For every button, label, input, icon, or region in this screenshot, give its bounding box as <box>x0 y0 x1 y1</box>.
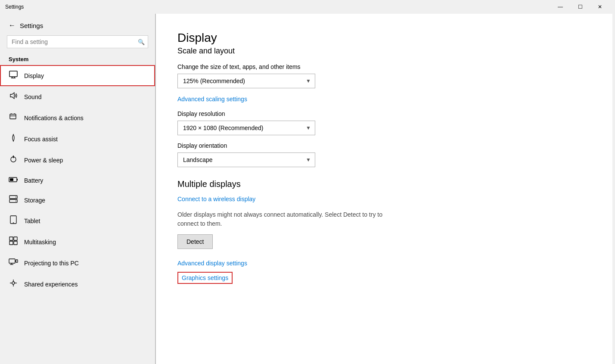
multiple-displays-title: Multiple displays <box>177 179 591 189</box>
sidebar-item-shared[interactable]: Shared experiences <box>0 274 155 295</box>
multiple-displays-description: Older displays might not always connect … <box>177 210 401 228</box>
sidebar-item-notifications-label: Notifications & actions <box>24 115 84 121</box>
search-icon: 🔍 <box>138 39 145 45</box>
svg-rect-12 <box>17 179 18 180</box>
search-box: 🔍 <box>7 35 148 48</box>
resolution-label: Display resolution <box>177 110 591 117</box>
svg-rect-23 <box>14 241 17 245</box>
power-icon <box>9 155 18 165</box>
graphics-settings-link[interactable]: Graphics settings <box>177 272 233 284</box>
svg-rect-21 <box>14 237 17 240</box>
sidebar-item-battery-label: Battery <box>24 177 43 184</box>
svg-point-17 <box>16 201 16 202</box>
svg-marker-4 <box>10 93 14 99</box>
sidebar: ← Settings 🔍 System Display <box>0 14 155 364</box>
sidebar-item-storage-label: Storage <box>24 197 45 204</box>
sidebar-app-title: Settings <box>20 22 43 29</box>
sidebar-item-focus-label: Focus assist <box>24 136 58 143</box>
sidebar-item-sound-label: Sound <box>24 93 41 100</box>
orientation-dropdown[interactable]: Landscape Portrait Landscape (flipped) P… <box>177 152 315 167</box>
bottom-links: Advanced display settings Graphics setti… <box>177 259 591 284</box>
svg-rect-5 <box>10 114 16 119</box>
multiple-displays-section: Multiple displays Connect to a wireless … <box>177 179 591 259</box>
resolution-dropdown-wrapper: 1920 × 1080 (Recommended) 1280 × 1024 12… <box>177 121 591 135</box>
sidebar-item-projecting[interactable]: Projecting to this PC <box>0 252 155 274</box>
orientation-label: Display orientation <box>177 142 591 149</box>
battery-icon <box>9 176 18 185</box>
back-button[interactable]: ← <box>9 22 16 29</box>
sidebar-item-sound[interactable]: Sound <box>0 86 155 107</box>
projecting-icon <box>9 258 18 268</box>
svg-point-19 <box>13 222 14 223</box>
right-scroll-indicator <box>612 14 615 364</box>
scale-dropdown[interactable]: 100% 125% (Recommended) 150% 175% <box>177 74 315 88</box>
sidebar-item-notifications[interactable]: Notifications & actions <box>0 107 155 128</box>
multitasking-icon <box>9 236 18 247</box>
sidebar-item-display-label: Display <box>24 72 44 79</box>
content-area: Display Scale and layout Change the size… <box>156 14 612 364</box>
sidebar-item-display[interactable]: Display <box>0 65 155 86</box>
sidebar-item-tablet[interactable]: Tablet <box>0 210 155 231</box>
svg-point-16 <box>16 197 16 198</box>
sidebar-item-storage[interactable]: Storage <box>0 190 155 210</box>
sidebar-item-tablet-label: Tablet <box>24 218 40 224</box>
search-input[interactable] <box>7 35 148 48</box>
titlebar-left: Settings <box>5 4 24 10</box>
svg-rect-22 <box>9 241 13 245</box>
scale-section-title: Scale and layout <box>177 47 591 56</box>
focus-icon <box>9 134 18 144</box>
svg-point-29 <box>12 282 15 284</box>
display-icon <box>9 70 18 81</box>
sidebar-item-multitasking[interactable]: Multitasking <box>0 231 155 252</box>
svg-rect-24 <box>9 259 15 263</box>
sound-icon <box>9 91 18 102</box>
sidebar-item-power-label: Power & sleep <box>24 157 63 164</box>
advanced-display-link[interactable]: Advanced display settings <box>177 260 247 267</box>
back-icon: ← <box>9 22 16 29</box>
detect-button[interactable]: Detect <box>177 234 213 249</box>
minimize-button[interactable]: — <box>550 0 570 14</box>
storage-icon <box>9 195 18 205</box>
scale-dropdown-container: 100% 125% (Recommended) 150% 175% ▼ <box>177 74 315 88</box>
sidebar-item-power[interactable]: Power & sleep <box>0 149 155 171</box>
sidebar-header: ← Settings <box>0 14 155 34</box>
shared-icon <box>9 279 18 289</box>
page-title: Display <box>177 31 591 45</box>
orientation-dropdown-container: Landscape Portrait Landscape (flipped) P… <box>177 152 315 167</box>
svg-rect-0 <box>9 71 17 77</box>
sidebar-item-projecting-label: Projecting to this PC <box>24 260 79 267</box>
titlebar-controls: — ☐ ✕ <box>550 0 610 14</box>
sidebar-item-multitasking-label: Multitasking <box>24 239 56 246</box>
close-button[interactable]: ✕ <box>590 0 610 14</box>
scale-label: Change the size of text, apps, and other… <box>177 63 591 70</box>
svg-rect-20 <box>9 237 13 240</box>
tablet-icon <box>9 215 18 226</box>
svg-rect-13 <box>10 178 13 181</box>
sidebar-item-focus[interactable]: Focus assist <box>0 128 155 149</box>
titlebar-title: Settings <box>5 4 24 10</box>
main-window: ← Settings 🔍 System Display <box>0 14 615 364</box>
titlebar: Settings — ☐ ✕ <box>0 0 615 14</box>
svg-rect-25 <box>16 260 18 262</box>
resolution-dropdown[interactable]: 1920 × 1080 (Recommended) 1280 × 1024 12… <box>177 121 315 135</box>
advanced-scaling-link[interactable]: Advanced scaling settings <box>177 96 247 103</box>
wireless-display-link[interactable]: Connect to a wireless display <box>177 196 255 202</box>
sidebar-item-shared-label: Shared experiences <box>24 281 78 288</box>
sidebar-item-battery[interactable]: Battery <box>0 171 155 190</box>
maximize-button[interactable]: ☐ <box>570 0 590 14</box>
notifications-icon <box>9 112 18 123</box>
scale-dropdown-wrapper: 100% 125% (Recommended) 150% 175% ▼ <box>177 74 591 88</box>
resolution-dropdown-container: 1920 × 1080 (Recommended) 1280 × 1024 12… <box>177 121 315 135</box>
system-section-label: System <box>0 53 155 65</box>
orientation-dropdown-wrapper: Landscape Portrait Landscape (flipped) P… <box>177 152 591 167</box>
